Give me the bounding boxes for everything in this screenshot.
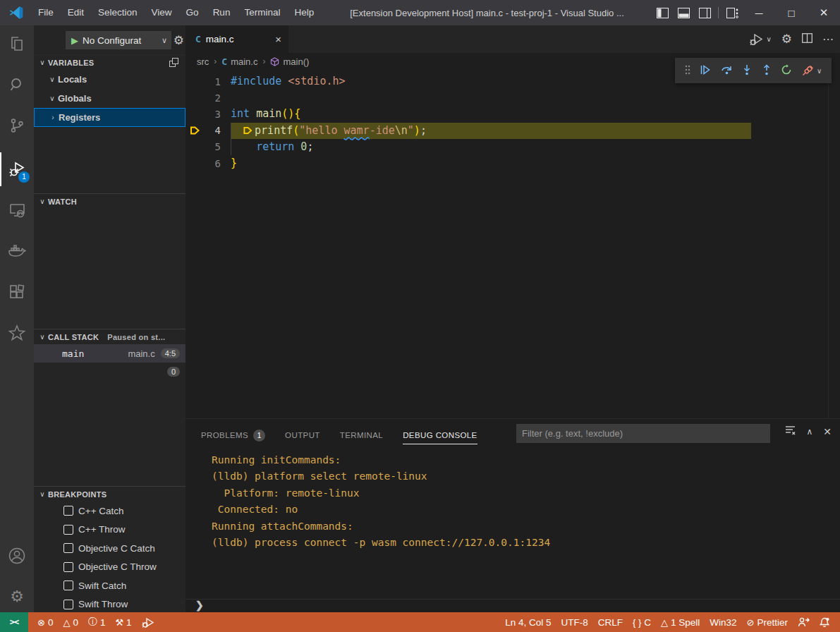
menu-go[interactable]: Go (179, 0, 206, 25)
menu-terminal[interactable]: Terminal (237, 0, 287, 25)
run-and-debug-icon[interactable]: 1 (0, 152, 34, 186)
close-panel-icon[interactable]: ✕ (823, 426, 832, 437)
minimize-button[interactable]: ─ (743, 0, 775, 25)
panel-tab-problems[interactable]: PROBLEMS1 (201, 426, 265, 444)
status-item-0[interactable]: ⊗0 (37, 617, 53, 628)
status-item-0[interactable]: △0 (63, 617, 78, 628)
variables-item-registers[interactable]: ›Registers (34, 108, 185, 127)
toggle-sidebar-icon[interactable] (652, 0, 673, 25)
breakpoint-row[interactable]: Swift Throw (34, 595, 185, 614)
status-item-ln-4-col-5[interactable]: Ln 4, Col 5 (505, 617, 551, 628)
status-item-crlf[interactable]: CRLF (598, 617, 623, 628)
continue-icon[interactable] (700, 64, 711, 78)
explorer-icon[interactable] (0, 27, 34, 61)
tab-main-c[interactable]: C main.c × (185, 25, 288, 53)
breakpoint-checkbox[interactable] (63, 525, 73, 535)
menu-file[interactable]: File (31, 0, 61, 25)
status-item-1[interactable]: ⓘ1 (88, 616, 106, 628)
status-item-text: 0 (73, 617, 78, 628)
extensions-icon[interactable] (0, 275, 34, 309)
menu-edit[interactable]: Edit (61, 0, 91, 25)
restart-icon[interactable] (781, 64, 792, 78)
run-or-debug-icon[interactable]: ∨ (750, 33, 771, 46)
star-icon[interactable] (0, 316, 34, 350)
status-item-1[interactable]: ⚒1 (115, 617, 131, 628)
clear-console-icon[interactable] (785, 425, 796, 437)
breakpoints-header[interactable]: ∨ BREAKPOINTS (34, 486, 185, 502)
status-item-1-spell[interactable]: △1 Spell (661, 617, 700, 628)
status-item-bell[interactable] (820, 617, 829, 628)
stack-frame-row[interactable]: mainmain.c4:5 (34, 344, 185, 363)
console-filter-input[interactable] (516, 424, 770, 443)
menu-run[interactable]: Run (206, 0, 238, 25)
call-stack-header[interactable]: ∨ CALL STACK Paused on st... (34, 329, 185, 344)
close-button[interactable]: ✕ (808, 0, 840, 25)
panel-tab-debug-console[interactable]: DEBUG CONSOLE (403, 426, 477, 444)
toolbar-grip-icon[interactable] (685, 65, 690, 77)
debug-console-input[interactable]: ❯ (185, 599, 840, 612)
chevron-down-icon: ∨ (47, 95, 58, 102)
remote-explorer-icon[interactable] (0, 193, 34, 227)
collapse-all-icon[interactable] (169, 58, 178, 67)
stack-frame-row[interactable]: 0 (34, 363, 185, 381)
code-area[interactable]: 1#include <stdio.h>23int main(){4 printf… (185, 70, 840, 444)
panel-tab-output[interactable]: OUTPUT (285, 426, 320, 444)
docker-icon[interactable] (0, 234, 34, 268)
breakpoint-row[interactable]: C++ Throw (34, 521, 185, 540)
disconnect-icon[interactable]: ∨ (802, 65, 822, 76)
settings-gear-icon[interactable]: ⚙ (0, 580, 34, 614)
maximize-panel-icon[interactable]: ∧ (806, 427, 812, 437)
breakpoint-checkbox[interactable] (63, 581, 73, 590)
status-item-utf-8[interactable]: UTF-8 (561, 617, 588, 628)
breakpoint-row[interactable]: Swift Catch (34, 576, 185, 595)
source-control-icon[interactable] (0, 109, 34, 142)
search-icon[interactable] (0, 68, 34, 102)
status-item-win32[interactable]: Win32 (710, 617, 736, 628)
more-actions-icon[interactable]: ⋯ (822, 32, 834, 46)
breadcrumb-item[interactable]: main() (270, 56, 309, 67)
step-out-icon[interactable] (762, 64, 772, 78)
status-item-c[interactable]: { }C (633, 617, 651, 628)
menu-help[interactable]: Help (287, 0, 321, 25)
debug-config-dropdown[interactable]: ▶ No Configurat ∨ (66, 31, 171, 49)
breakpoint-checkbox[interactable] (63, 562, 73, 572)
code-line-2[interactable]: 2 (185, 90, 840, 106)
variables-header[interactable]: ∨ VARIABLES (34, 54, 185, 70)
breakpoint-checkbox[interactable] (63, 543, 73, 553)
editor-scrollbar[interactable] (828, 70, 829, 444)
variables-section: ∨ VARIABLES ∨Locals∨Globals›Registers (34, 54, 185, 127)
breakpoint-row[interactable]: C++ Catch (34, 502, 185, 521)
toggle-secondary-sidebar-icon[interactable] (694, 0, 715, 25)
breakpoint-row[interactable]: Objective C Catch (34, 539, 185, 558)
code-line-5[interactable]: 5 return 0; (185, 139, 840, 155)
variables-item-locals[interactable]: ∨Locals (34, 70, 185, 89)
editor-settings-gear-icon[interactable]: ⚙ (781, 32, 792, 47)
code-line-4[interactable]: 4 printf("hello wamr-ide\n"); (185, 123, 840, 139)
panel-tab-terminal[interactable]: TERMINAL (340, 426, 383, 444)
step-over-icon[interactable] (721, 64, 733, 78)
start-debug-icon[interactable]: ▶ (71, 35, 78, 46)
customize-layout-icon[interactable] (722, 0, 743, 25)
accounts-icon[interactable] (0, 539, 34, 573)
breakpoint-checkbox[interactable] (63, 506, 73, 516)
breadcrumb-item[interactable]: src (197, 56, 209, 67)
menu-view[interactable]: View (145, 0, 179, 25)
split-editor-icon[interactable] (802, 33, 812, 45)
close-tab-icon[interactable]: × (275, 33, 281, 45)
breadcrumb-item[interactable]: Cmain.c (221, 56, 257, 67)
breakpoint-row[interactable]: Objective C Throw (34, 558, 185, 577)
code-line-6[interactable]: 6} (185, 155, 840, 171)
remote-indicator[interactable]: >< (0, 612, 28, 632)
launch-settings-gear-icon[interactable]: ⚙ (174, 33, 184, 48)
status-item-prettier[interactable]: ⊘Prettier (747, 617, 788, 628)
maximize-button[interactable]: □ (775, 0, 808, 25)
code-line-3[interactable]: 3int main(){ (185, 106, 840, 122)
breakpoint-checkbox[interactable] (63, 600, 73, 609)
toggle-panel-icon[interactable] (673, 0, 694, 25)
menu-selection[interactable]: Selection (91, 0, 145, 25)
watch-header[interactable]: ∨ WATCH (34, 193, 185, 209)
status-item-debug-alt[interactable] (142, 617, 154, 628)
status-item-feedback[interactable] (798, 617, 810, 627)
variables-item-globals[interactable]: ∨Globals (34, 89, 185, 108)
step-into-icon[interactable] (742, 64, 752, 78)
